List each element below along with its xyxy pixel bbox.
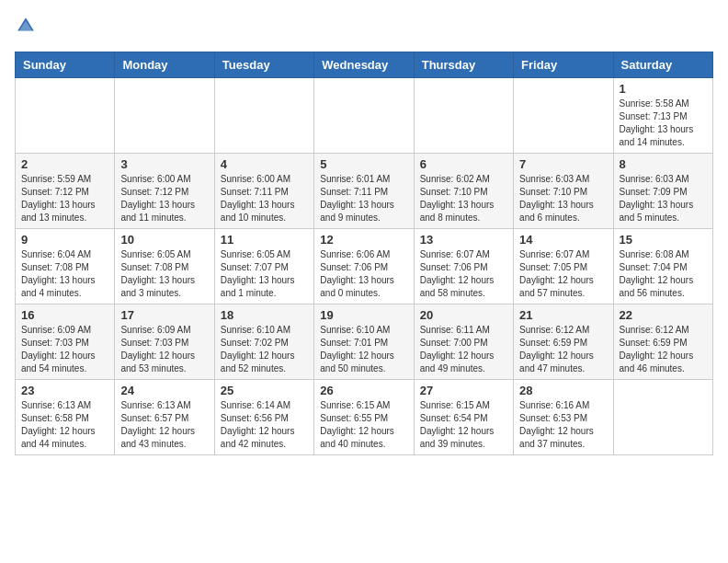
calendar-cell: 9Sunrise: 6:04 AM Sunset: 7:08 PM Daylig… bbox=[16, 229, 115, 304]
calendar-week-row: 16Sunrise: 6:09 AM Sunset: 7:03 PM Dayli… bbox=[16, 304, 713, 380]
day-number: 7 bbox=[519, 157, 607, 171]
calendar-cell bbox=[514, 78, 613, 154]
calendar-cell: 24Sunrise: 6:13 AM Sunset: 6:57 PM Dayli… bbox=[115, 380, 214, 455]
day-info: Sunrise: 6:05 AM Sunset: 7:08 PM Dayligh… bbox=[120, 248, 208, 300]
calendar-cell: 4Sunrise: 6:00 AM Sunset: 7:11 PM Daylig… bbox=[214, 154, 313, 229]
day-number: 13 bbox=[420, 233, 507, 247]
calendar-week-row: 9Sunrise: 6:04 AM Sunset: 7:08 PM Daylig… bbox=[16, 229, 713, 304]
day-info: Sunrise: 6:09 AM Sunset: 7:03 PM Dayligh… bbox=[120, 324, 208, 375]
day-info: Sunrise: 6:00 AM Sunset: 7:12 PM Dayligh… bbox=[120, 173, 208, 224]
calendar-cell: 23Sunrise: 6:13 AM Sunset: 6:58 PM Dayli… bbox=[16, 380, 115, 455]
day-number: 1 bbox=[620, 82, 707, 96]
day-of-week-header: Thursday bbox=[414, 52, 513, 78]
day-of-week-header: Saturday bbox=[613, 52, 712, 78]
day-number: 16 bbox=[21, 308, 108, 322]
calendar-table: SundayMondayTuesdayWednesdayThursdayFrid… bbox=[15, 52, 713, 455]
day-number: 20 bbox=[420, 308, 507, 322]
calendar-header: SundayMondayTuesdayWednesdayThursdayFrid… bbox=[16, 52, 713, 78]
calendar-cell: 16Sunrise: 6:09 AM Sunset: 7:03 PM Dayli… bbox=[16, 304, 115, 380]
calendar-cell: 14Sunrise: 6:07 AM Sunset: 7:05 PM Dayli… bbox=[514, 229, 613, 304]
day-info: Sunrise: 6:16 AM Sunset: 6:53 PM Dayligh… bbox=[519, 399, 607, 451]
day-info: Sunrise: 5:59 AM Sunset: 7:12 PM Dayligh… bbox=[21, 173, 108, 224]
day-info: Sunrise: 6:15 AM Sunset: 6:54 PM Dayligh… bbox=[420, 399, 507, 451]
day-number: 18 bbox=[221, 308, 308, 322]
day-info: Sunrise: 6:07 AM Sunset: 7:05 PM Dayligh… bbox=[519, 248, 607, 300]
day-number: 22 bbox=[620, 308, 707, 322]
day-info: Sunrise: 6:10 AM Sunset: 7:01 PM Dayligh… bbox=[320, 324, 407, 375]
calendar-cell: 26Sunrise: 6:15 AM Sunset: 6:55 PM Dayli… bbox=[314, 380, 414, 455]
day-number: 25 bbox=[221, 384, 308, 397]
day-number: 15 bbox=[620, 233, 707, 247]
calendar-cell: 17Sunrise: 6:09 AM Sunset: 7:03 PM Dayli… bbox=[115, 304, 214, 380]
calendar-cell: 21Sunrise: 6:12 AM Sunset: 6:59 PM Dayli… bbox=[514, 304, 613, 380]
calendar-cell: 20Sunrise: 6:11 AM Sunset: 7:00 PM Dayli… bbox=[414, 304, 513, 380]
calendar-cell: 10Sunrise: 6:05 AM Sunset: 7:08 PM Dayli… bbox=[115, 229, 214, 304]
calendar-cell bbox=[613, 380, 712, 455]
day-info: Sunrise: 6:07 AM Sunset: 7:06 PM Dayligh… bbox=[420, 248, 507, 300]
day-number: 24 bbox=[120, 384, 208, 397]
calendar-cell: 7Sunrise: 6:03 AM Sunset: 7:10 PM Daylig… bbox=[514, 154, 613, 229]
day-info: Sunrise: 6:01 AM Sunset: 7:11 PM Dayligh… bbox=[320, 173, 407, 224]
day-info: Sunrise: 6:14 AM Sunset: 6:56 PM Dayligh… bbox=[221, 399, 308, 451]
day-info: Sunrise: 5:58 AM Sunset: 7:13 PM Dayligh… bbox=[620, 98, 707, 149]
calendar-week-row: 1Sunrise: 5:58 AM Sunset: 7:13 PM Daylig… bbox=[16, 78, 713, 154]
calendar-cell: 13Sunrise: 6:07 AM Sunset: 7:06 PM Dayli… bbox=[414, 229, 513, 304]
calendar-cell: 2Sunrise: 5:59 AM Sunset: 7:12 PM Daylig… bbox=[16, 154, 115, 229]
day-info: Sunrise: 6:13 AM Sunset: 6:57 PM Dayligh… bbox=[120, 399, 208, 451]
day-number: 27 bbox=[420, 384, 507, 397]
calendar-cell: 25Sunrise: 6:14 AM Sunset: 6:56 PM Dayli… bbox=[214, 380, 313, 455]
calendar-cell: 22Sunrise: 6:12 AM Sunset: 6:59 PM Dayli… bbox=[613, 304, 712, 380]
day-number: 9 bbox=[21, 233, 108, 247]
day-number: 21 bbox=[519, 308, 607, 322]
day-number: 10 bbox=[120, 233, 208, 247]
day-of-week-header: Monday bbox=[115, 52, 214, 78]
calendar-cell bbox=[115, 78, 214, 154]
calendar-cell: 8Sunrise: 6:03 AM Sunset: 7:09 PM Daylig… bbox=[613, 154, 712, 229]
day-of-week-header: Friday bbox=[514, 52, 613, 78]
day-info: Sunrise: 6:03 AM Sunset: 7:10 PM Dayligh… bbox=[519, 173, 607, 224]
day-number: 3 bbox=[120, 157, 208, 171]
calendar-cell: 19Sunrise: 6:10 AM Sunset: 7:01 PM Dayli… bbox=[314, 304, 414, 380]
day-number: 4 bbox=[221, 157, 308, 171]
calendar-cell: 11Sunrise: 6:05 AM Sunset: 7:07 PM Dayli… bbox=[214, 229, 313, 304]
day-number: 19 bbox=[320, 308, 407, 322]
calendar-week-row: 2Sunrise: 5:59 AM Sunset: 7:12 PM Daylig… bbox=[16, 154, 713, 229]
day-info: Sunrise: 6:05 AM Sunset: 7:07 PM Dayligh… bbox=[221, 248, 308, 300]
day-info: Sunrise: 6:15 AM Sunset: 6:55 PM Dayligh… bbox=[320, 399, 407, 451]
day-info: Sunrise: 6:04 AM Sunset: 7:08 PM Dayligh… bbox=[21, 248, 108, 300]
calendar-cell: 12Sunrise: 6:06 AM Sunset: 7:06 PM Dayli… bbox=[314, 229, 414, 304]
day-number: 2 bbox=[21, 157, 108, 171]
calendar-cell bbox=[414, 78, 513, 154]
day-info: Sunrise: 6:08 AM Sunset: 7:04 PM Dayligh… bbox=[620, 248, 707, 300]
day-number: 23 bbox=[21, 384, 108, 397]
calendar-cell bbox=[16, 78, 115, 154]
logo-icon bbox=[15, 15, 37, 37]
day-number: 11 bbox=[221, 233, 308, 247]
calendar-cell: 5Sunrise: 6:01 AM Sunset: 7:11 PM Daylig… bbox=[314, 154, 414, 229]
day-info: Sunrise: 6:09 AM Sunset: 7:03 PM Dayligh… bbox=[21, 324, 108, 375]
page-header bbox=[15, 15, 713, 40]
calendar-week-row: 23Sunrise: 6:13 AM Sunset: 6:58 PM Dayli… bbox=[16, 380, 713, 455]
day-number: 17 bbox=[120, 308, 208, 322]
calendar-cell: 6Sunrise: 6:02 AM Sunset: 7:10 PM Daylig… bbox=[414, 154, 513, 229]
day-number: 14 bbox=[519, 233, 607, 247]
day-info: Sunrise: 6:00 AM Sunset: 7:11 PM Dayligh… bbox=[221, 173, 308, 224]
day-of-week-header: Wednesday bbox=[314, 52, 414, 78]
day-number: 6 bbox=[420, 157, 507, 171]
day-info: Sunrise: 6:02 AM Sunset: 7:10 PM Dayligh… bbox=[420, 173, 507, 224]
day-info: Sunrise: 6:06 AM Sunset: 7:06 PM Dayligh… bbox=[320, 248, 407, 300]
day-info: Sunrise: 6:12 AM Sunset: 6:59 PM Dayligh… bbox=[620, 324, 707, 375]
calendar-cell bbox=[314, 78, 414, 154]
calendar-cell bbox=[214, 78, 313, 154]
calendar-cell: 18Sunrise: 6:10 AM Sunset: 7:02 PM Dayli… bbox=[214, 304, 313, 380]
calendar-cell: 1Sunrise: 5:58 AM Sunset: 7:13 PM Daylig… bbox=[613, 78, 712, 154]
day-number: 8 bbox=[620, 157, 707, 171]
day-of-week-header: Sunday bbox=[16, 52, 115, 78]
day-number: 12 bbox=[320, 233, 407, 247]
day-info: Sunrise: 6:11 AM Sunset: 7:00 PM Dayligh… bbox=[420, 324, 507, 375]
calendar-cell: 3Sunrise: 6:00 AM Sunset: 7:12 PM Daylig… bbox=[115, 154, 214, 229]
day-number: 28 bbox=[519, 384, 607, 397]
calendar-cell: 15Sunrise: 6:08 AM Sunset: 7:04 PM Dayli… bbox=[613, 229, 712, 304]
day-of-week-header: Tuesday bbox=[214, 52, 313, 78]
logo bbox=[15, 15, 39, 40]
